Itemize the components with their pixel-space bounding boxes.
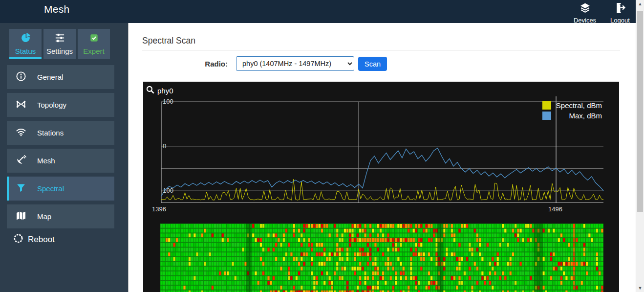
spectral-waterfall-heatmap [160,224,603,292]
page-title: Spectral Scan [142,36,195,46]
pie-chart-icon [20,32,31,45]
checkbox-icon [88,32,100,45]
app-root: Mesh Devices Logout Status [0,0,644,292]
sidebar-item-label: Topology [37,101,66,109]
legend-row-spectral: Spectral, dBm [542,101,602,110]
sliders-icon [54,32,65,45]
app-title: Mesh [44,3,70,15]
sidebar-tabs: Status Settings Expert [9,29,110,59]
topology-icon [15,98,27,112]
sidebar-item-stations[interactable]: Stations [7,121,114,145]
legend-label-spectral: Spectral, dBm [552,101,602,110]
spectral-series-line [161,180,603,201]
sidebar-item-general[interactable]: General [7,65,114,89]
title-divider [142,50,620,50]
logout-door-icon [614,2,626,16]
sidebar-item-label: Spectral [37,184,64,193]
sidebar-item-label: Map [37,212,51,221]
antenna-icon [15,154,27,168]
max-series-line [161,148,603,196]
layers-icon [579,2,591,16]
sidebar-item-reboot[interactable]: Reboot [13,233,55,246]
radio-label: Radio: [193,60,228,68]
reboot-label: Reboot [28,235,55,245]
wifi-icon [15,126,27,140]
y-tick-0: 0 [163,142,166,150]
chart-divider [160,214,603,214]
tab-status-label: Status [15,47,36,55]
devices-button[interactable]: Devices [570,2,600,24]
logout-label: Logout [610,17,630,24]
sidebar-item-mesh[interactable]: Mesh [7,149,114,173]
y-tick-neg100: -100 [161,187,173,194]
sidebar-item-topology[interactable]: Topology [7,93,114,117]
sidebar: Status Settings Expert General [0,23,129,292]
spectral-chart-panel: phy0 100 0 -100 1396 1496 Spectral, dBm … [143,82,619,292]
sidebar-item-label: Stations [37,129,64,137]
x-tick-1396: 1396 [152,205,166,213]
tab-status[interactable]: Status [9,29,42,59]
header-bar: Mesh Devices Logout [0,0,636,23]
scrollbar-down-arrow[interactable]: ▼ [636,286,644,291]
y-tick-100: 100 [163,98,173,105]
sidebar-item-map[interactable]: Map [7,204,114,228]
legend-swatch-spectral [542,101,551,110]
info-icon [15,70,27,84]
tab-settings-label: Settings [46,47,73,55]
sidebar-item-label: General [37,73,63,81]
funnel-icon [15,182,27,196]
tab-expert[interactable]: Expert [78,29,110,59]
devices-label: Devices [574,17,596,24]
map-icon [15,210,27,224]
x-tick-1496: 1496 [548,205,562,213]
legend-row-max: Max, dBm [542,111,602,120]
sidebar-item-spectral[interactable]: Spectral [7,177,114,201]
tab-settings[interactable]: Settings [43,29,76,59]
scrollbar-up-arrow[interactable]: ▲ [636,1,644,6]
radio-select[interactable]: phy0 (1407MHz - 1497MHz) [236,56,354,71]
tab-expert-label: Expert [83,47,104,55]
vertical-scrollbar[interactable]: ▲ ▼ [636,0,644,292]
logout-button[interactable]: Logout [605,2,635,24]
scrollbar-thumb[interactable] [637,11,643,212]
scan-button[interactable]: Scan [358,57,387,71]
legend-label-max: Max, dBm [552,112,602,120]
spinner-icon [13,233,24,246]
legend-swatch-max [542,112,551,120]
sidebar-item-label: Mesh [37,157,55,165]
sidebar-menu: General Topology Stations Mesh [7,65,114,232]
